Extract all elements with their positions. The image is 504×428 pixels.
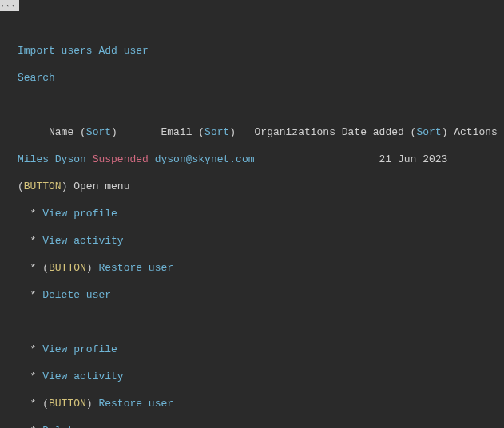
restore-user-button[interactable]: BUTTON xyxy=(49,262,86,274)
search-input-indicator[interactable]: ____________________ xyxy=(18,99,142,111)
status-badge: Suspended xyxy=(93,153,149,165)
view-activity-link[interactable]: View activity xyxy=(42,371,123,382)
search-link[interactable]: Search xyxy=(18,72,55,84)
table-row: Miles Dyson Suspended dyson@skynet.com 2… xyxy=(18,153,504,166)
view-profile-link[interactable]: View profile xyxy=(42,208,117,220)
col-email: Email xyxy=(161,126,192,138)
restore-user-link[interactable]: Restore user xyxy=(98,398,173,410)
col-actions: Actions xyxy=(454,126,498,138)
delete-user-link[interactable]: Delete user xyxy=(42,289,111,301)
restore-user-link[interactable]: Restore user xyxy=(98,262,173,274)
col-organizations: Organizations xyxy=(255,126,335,138)
user-name-link[interactable]: Miles Dyson xyxy=(18,153,86,165)
col-name: Name xyxy=(49,126,73,138)
sort-email[interactable]: Sort xyxy=(204,126,229,138)
col-date-added: Date added xyxy=(342,126,404,138)
sort-date-added[interactable]: Sort xyxy=(416,126,441,138)
import-users-link[interactable]: Import users xyxy=(18,45,93,57)
view-profile-link[interactable]: View profile xyxy=(42,343,117,355)
restore-user-button[interactable]: BUTTON xyxy=(49,398,86,410)
user-email-link[interactable]: dyson@skynet.com xyxy=(155,153,255,165)
user-date-added: 21 Jun 2023 xyxy=(379,153,448,165)
back-arrows[interactable]: ←←← xyxy=(0,0,19,11)
open-menu-button[interactable]: BUTTON xyxy=(24,180,62,192)
open-menu-label: Open menu xyxy=(73,180,129,192)
view-activity-link[interactable]: View activity xyxy=(42,235,123,247)
delete-user-link[interactable]: Delete user xyxy=(42,425,111,428)
add-user-link[interactable]: Add user xyxy=(98,45,148,57)
sort-name[interactable]: Sort xyxy=(86,126,111,138)
table-header: Name (Sort) Email (Sort) Organizations D… xyxy=(18,125,504,139)
